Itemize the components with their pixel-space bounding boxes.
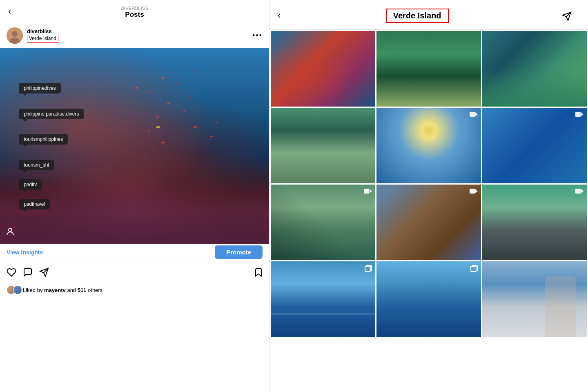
left-header: ‹ DIVERBLISS Posts	[0, 0, 269, 23]
svg-rect-18	[365, 266, 370, 272]
back-button-right[interactable]: ‹	[278, 10, 281, 21]
likes-text: Liked by mayentv and 511 others	[23, 287, 102, 293]
svg-rect-8	[470, 112, 475, 117]
tag-tourismphl[interactable]: tourism_phl	[19, 160, 54, 170]
page-title: Verde Island	[393, 11, 441, 20]
multi-icon-11	[470, 265, 478, 273]
like-avatars	[7, 285, 20, 294]
likes-count: 511	[78, 287, 87, 293]
likes-row: Liked by mayentv and 511 others	[0, 284, 269, 297]
location-tag[interactable]: Verde Island	[27, 35, 58, 43]
video-icon-5	[470, 111, 478, 119]
tag-tourismphilippines[interactable]: tourismphilippines	[19, 134, 68, 145]
grid-cell-2[interactable]	[376, 31, 481, 107]
insights-promote-row: View Insights Promote	[0, 244, 269, 263]
svg-point-3	[9, 228, 12, 232]
svg-marker-17	[581, 189, 584, 193]
svg-rect-12	[364, 189, 369, 194]
grid-cell-1[interactable]	[271, 31, 375, 107]
bookmark-icon[interactable]	[254, 267, 263, 280]
screen-title: Posts	[8, 11, 261, 19]
grid-cell-10[interactable]	[271, 261, 375, 337]
video-icon-7	[364, 188, 372, 196]
screen-label: DIVERBLISS	[8, 6, 261, 11]
back-button-left[interactable]: ‹	[8, 6, 11, 17]
username[interactable]: diverbliss	[27, 28, 58, 34]
tag-paradisedivers[interactable]: philippine.paradise.divers	[19, 109, 84, 119]
photo-grid	[270, 30, 588, 392]
grid-cell-9[interactable]	[482, 185, 587, 260]
post-image: philippinedives philippine.paradise.dive…	[0, 48, 269, 244]
grid-cell-7[interactable]	[271, 185, 375, 260]
video-icon-9	[575, 188, 584, 196]
grid-cell-8[interactable]	[376, 185, 481, 260]
like-avatar-2	[13, 285, 22, 294]
video-icon-6	[575, 111, 584, 119]
svg-marker-11	[581, 112, 584, 116]
right-send-icon[interactable]	[554, 6, 580, 25]
send-icon[interactable]	[39, 267, 49, 280]
grid-cell-12[interactable]	[482, 261, 587, 337]
svg-rect-16	[575, 189, 581, 194]
svg-marker-15	[475, 189, 478, 193]
tag-paditravel[interactable]: paditravel	[19, 199, 50, 209]
promote-button[interactable]: Promote	[215, 245, 263, 259]
post-actions-row	[0, 263, 269, 284]
page-title-box: Verde Island	[386, 9, 449, 23]
person-tag-icon	[6, 227, 15, 238]
right-panel: ‹ Verde Island	[270, 0, 588, 392]
right-header: ‹ Verde Island	[270, 0, 588, 30]
post-header: diverbliss Verde Island •••	[0, 23, 269, 48]
svg-point-1	[12, 31, 18, 37]
grid-cell-4[interactable]	[271, 108, 375, 183]
svg-rect-19	[471, 266, 476, 272]
video-icon-8	[470, 188, 478, 196]
grid-cell-3[interactable]	[482, 31, 587, 107]
svg-marker-9	[475, 112, 478, 116]
heart-icon[interactable]	[7, 267, 16, 280]
view-insights-button[interactable]: View Insights	[7, 249, 43, 256]
post-meta: diverbliss Verde Island	[27, 28, 58, 43]
left-panel: ‹ DIVERBLISS Posts diverbliss Verde Isla…	[0, 0, 270, 392]
left-action-icons	[7, 267, 49, 280]
post-header-left: diverbliss Verde Island	[7, 27, 58, 44]
avatar[interactable]	[7, 27, 23, 44]
grid-cell-5[interactable]	[376, 108, 481, 183]
multi-icon-10	[365, 265, 372, 273]
grid-cell-6[interactable]	[482, 108, 587, 183]
likes-name[interactable]: mayentv	[44, 287, 66, 293]
svg-rect-14	[470, 189, 475, 194]
comment-icon[interactable]	[23, 267, 33, 280]
more-button[interactable]: •••	[252, 31, 263, 40]
tag-philippinedives[interactable]: philippinedives	[19, 83, 61, 94]
svg-rect-10	[575, 112, 581, 117]
tag-paditv[interactable]: paditv	[19, 179, 42, 190]
svg-marker-13	[370, 189, 372, 193]
grid-cell-11[interactable]	[376, 261, 481, 337]
